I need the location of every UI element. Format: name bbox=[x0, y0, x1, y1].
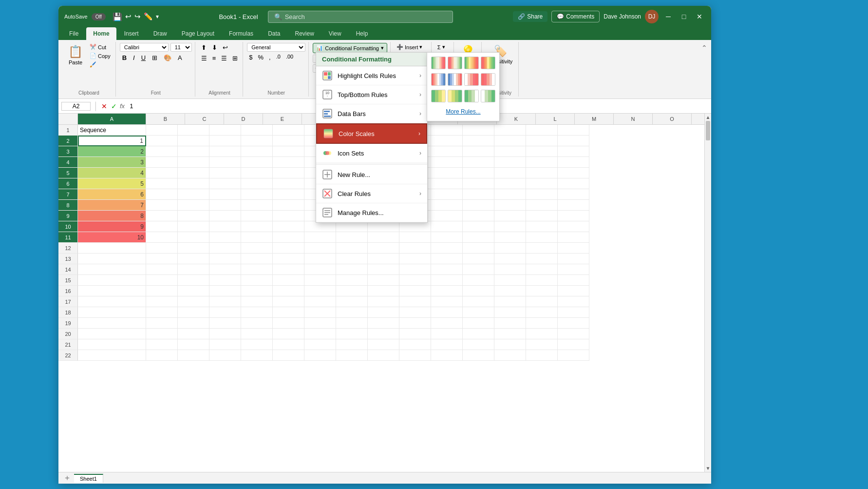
cell-5-10[interactable] bbox=[431, 168, 463, 178]
cell-21-3[interactable] bbox=[209, 339, 241, 350]
cell-20-7[interactable] bbox=[336, 329, 368, 339]
cell-22-3[interactable] bbox=[209, 350, 241, 361]
cell-15-13[interactable] bbox=[526, 275, 558, 286]
row-header-2[interactable]: 2 bbox=[58, 136, 78, 146]
cell-22-10[interactable] bbox=[431, 350, 463, 361]
cell-14-1[interactable] bbox=[146, 264, 178, 275]
cell-9-0[interactable]: 8 bbox=[78, 211, 146, 221]
cell-8-3[interactable] bbox=[209, 200, 241, 211]
cut-button[interactable]: ✂️ Cut bbox=[88, 43, 113, 51]
row-header-6[interactable]: 6 bbox=[58, 178, 78, 189]
cell-11-6[interactable] bbox=[304, 232, 336, 243]
cell-4-2[interactable] bbox=[178, 157, 209, 168]
cell-8-0[interactable]: 7 bbox=[78, 200, 146, 211]
cell-16-0[interactable] bbox=[78, 286, 146, 296]
cell-19-4[interactable] bbox=[241, 318, 273, 329]
cell-10-2[interactable] bbox=[178, 221, 209, 232]
cell-3-5[interactable] bbox=[273, 146, 304, 157]
cell-18-6[interactable] bbox=[304, 307, 336, 318]
italic-button[interactable]: I bbox=[131, 53, 137, 62]
cell-8-14[interactable] bbox=[558, 200, 589, 211]
cell-16-11[interactable] bbox=[463, 286, 494, 296]
cell-1-2[interactable] bbox=[178, 125, 209, 136]
cell-17-3[interactable] bbox=[209, 296, 241, 307]
cell-6-4[interactable] bbox=[241, 178, 273, 189]
cell-19-0[interactable] bbox=[78, 318, 146, 329]
cell-16-12[interactable] bbox=[494, 286, 526, 296]
cell-4-1[interactable] bbox=[146, 157, 178, 168]
cell-9-13[interactable] bbox=[526, 211, 558, 221]
cell-22-1[interactable] bbox=[146, 350, 178, 361]
cell-17-9[interactable] bbox=[399, 296, 431, 307]
add-sheet-button[interactable]: ＋ bbox=[60, 473, 74, 483]
cell-5-2[interactable] bbox=[178, 168, 209, 178]
undo-icon[interactable]: ↩ bbox=[125, 12, 132, 21]
cell-22-5[interactable] bbox=[273, 350, 304, 361]
cell-15-14[interactable] bbox=[558, 275, 589, 286]
cell-15-8[interactable] bbox=[368, 275, 399, 286]
cell-9-2[interactable] bbox=[178, 211, 209, 221]
cell-21-6[interactable] bbox=[304, 339, 336, 350]
cell-11-1[interactable] bbox=[146, 232, 178, 243]
comma-button[interactable]: , bbox=[267, 53, 273, 61]
cell-19-7[interactable] bbox=[336, 318, 368, 329]
cell-17-7[interactable] bbox=[336, 296, 368, 307]
dec-inc-button[interactable]: .0 bbox=[274, 53, 283, 61]
tab-view[interactable]: View bbox=[322, 27, 348, 40]
menu-item-clearrules[interactable]: Clear Rules › bbox=[316, 184, 427, 203]
align-middle-button[interactable]: ⬇ bbox=[210, 43, 219, 52]
cell-10-14[interactable] bbox=[558, 221, 589, 232]
cell-14-13[interactable] bbox=[526, 264, 558, 275]
cell-1-14[interactable] bbox=[558, 125, 589, 136]
cell-11-14[interactable] bbox=[558, 232, 589, 243]
cell-15-9[interactable] bbox=[399, 275, 431, 286]
cell-10-1[interactable] bbox=[146, 221, 178, 232]
cell-7-2[interactable] bbox=[178, 189, 209, 200]
cell-3-0[interactable]: 2 bbox=[78, 146, 146, 157]
cell-14-10[interactable] bbox=[431, 264, 463, 275]
cell-18-7[interactable] bbox=[336, 307, 368, 318]
cell-19-11[interactable] bbox=[463, 318, 494, 329]
row-header-4[interactable]: 4 bbox=[58, 157, 78, 168]
row-header-9[interactable]: 9 bbox=[58, 211, 78, 221]
cell-12-7[interactable] bbox=[336, 243, 368, 254]
cell-18-13[interactable] bbox=[526, 307, 558, 318]
cell-22-14[interactable] bbox=[558, 350, 589, 361]
cell-3-11[interactable] bbox=[463, 146, 494, 157]
bold-button[interactable]: B bbox=[120, 53, 129, 62]
tab-review[interactable]: Review bbox=[288, 27, 321, 40]
cell-17-14[interactable] bbox=[558, 296, 589, 307]
cell-22-11[interactable] bbox=[463, 350, 494, 361]
cell-22-4[interactable] bbox=[241, 350, 273, 361]
row-header-5[interactable]: 5 bbox=[58, 168, 78, 178]
col-header-d[interactable]: D bbox=[224, 114, 263, 124]
cell-18-5[interactable] bbox=[273, 307, 304, 318]
cell-13-4[interactable] bbox=[241, 254, 273, 264]
col-header-c[interactable]: C bbox=[185, 114, 224, 124]
cell-12-3[interactable] bbox=[209, 243, 241, 254]
cell-5-14[interactable] bbox=[558, 168, 589, 178]
merge-button[interactable]: ⊞ bbox=[230, 54, 240, 63]
cell-7-12[interactable] bbox=[494, 189, 526, 200]
cell-5-0[interactable]: 4 bbox=[78, 168, 146, 178]
cell-13-10[interactable] bbox=[431, 254, 463, 264]
cell-21-7[interactable] bbox=[336, 339, 368, 350]
insert-button[interactable]: ➕ Insert ▾ bbox=[395, 43, 425, 51]
col-header-k[interactable]: K bbox=[497, 114, 536, 124]
cell-4-11[interactable] bbox=[463, 157, 494, 168]
cell-11-4[interactable] bbox=[241, 232, 273, 243]
cell-21-5[interactable] bbox=[273, 339, 304, 350]
swatch-white-red[interactable] bbox=[464, 73, 479, 86]
row-header-13[interactable]: 13 bbox=[58, 254, 78, 264]
cell-10-10[interactable] bbox=[431, 221, 463, 232]
v-scrollbar[interactable]: ▲ ▼ bbox=[704, 114, 711, 472]
paste-button[interactable]: 📋 Paste bbox=[65, 43, 86, 67]
cell-10-13[interactable] bbox=[526, 221, 558, 232]
cell-20-11[interactable] bbox=[463, 329, 494, 339]
cell-9-10[interactable] bbox=[431, 211, 463, 221]
scroll-down-btn[interactable]: ▼ bbox=[705, 465, 711, 472]
cell-12-8[interactable] bbox=[368, 243, 399, 254]
tab-draw[interactable]: Draw bbox=[147, 27, 174, 40]
cell-6-10[interactable] bbox=[431, 178, 463, 189]
align-top-button[interactable]: ⬆ bbox=[199, 43, 208, 52]
